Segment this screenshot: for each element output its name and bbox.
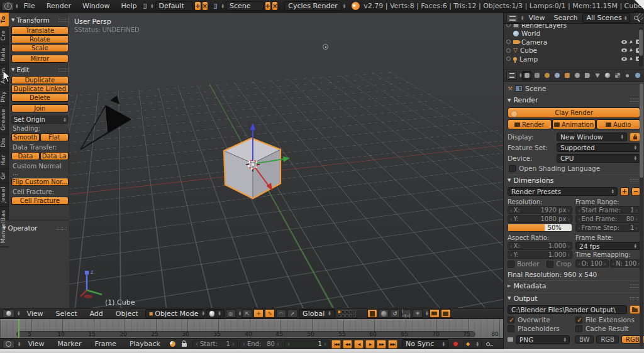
start-frame-field[interactable]: ‹Start Frame:1›: [575, 206, 640, 214]
timeline-ruler[interactable]: 5 10 15 20 25 30 35 40 45 50 55 60 65 70…: [0, 319, 503, 338]
pivot-align-icon[interactable]: ⇱: [242, 309, 252, 318]
frame-rate-selector[interactable]: 24 fps▲▼: [575, 242, 640, 250]
info-editor-icon[interactable]: i: [2, 2, 14, 11]
render-animation-button[interactable]: Animation: [552, 119, 596, 129]
tab-data[interactable]: [592, 71, 602, 80]
screen-layout-selector[interactable]: Default: [155, 1, 194, 11]
render-presets-selector[interactable]: Render Presets▲▼: [508, 187, 618, 196]
timeline-playback-menu[interactable]: Playback: [124, 340, 166, 348]
properties-editor-icon[interactable]: [506, 71, 517, 80]
render-audio-button[interactable]: Audio: [596, 119, 640, 129]
proportional-edit-icon[interactable]: |◁▷|: [401, 309, 411, 318]
tab-har[interactable]: Har: [0, 151, 9, 169]
transform-orientation-selector[interactable]: Global▲▼: [299, 309, 335, 318]
add-preset-button[interactable]: +: [620, 187, 629, 196]
outliner-row-cube[interactable]: ▽ Cube: [506, 46, 641, 55]
snap-element-icon[interactable]: ✳: [413, 309, 423, 318]
remap-new-field[interactable]: ‹N: 100›: [610, 259, 643, 268]
duplicate-button[interactable]: Duplicate: [11, 76, 69, 84]
selectability-icon[interactable]: [630, 57, 633, 61]
duplicate-linked-button[interactable]: Duplicate Linked: [11, 85, 69, 93]
cell-fracture-button[interactable]: Cell Fracture: [11, 197, 69, 205]
properties-scrollbar[interactable]: [640, 84, 643, 347]
translate-button[interactable]: Translate: [11, 26, 69, 35]
view-menu[interactable]: View: [21, 310, 48, 318]
area-corner-grip[interactable]: [636, 13, 643, 20]
manipulator-extra-toggle[interactable]: ➚: [287, 309, 297, 318]
outliner-row-lamp[interactable]: Lamp: [506, 55, 641, 63]
add-layout-button[interactable]: +: [194, 1, 201, 11]
file-format-selector[interactable]: PNG▲▼: [516, 335, 570, 344]
panel-header-output[interactable]: ▼Output: [508, 293, 640, 303]
flip-custom-normals-button[interactable]: Flip Custom Nor...: [11, 178, 69, 186]
start-frame-field[interactable]: ‹Start:1›: [192, 340, 238, 349]
manipulator-scale-toggle[interactable]: ◠: [276, 309, 286, 318]
lamp-object[interactable]: [323, 44, 328, 50]
file-extensions-checkbox[interactable]: [575, 317, 582, 323]
object-menu[interactable]: Object: [110, 310, 144, 318]
jump-to-start-button[interactable]: |◀◀: [331, 340, 341, 349]
selectability-icon[interactable]: [630, 48, 633, 53]
render-engine-selector[interactable]: Cycles Render: [284, 1, 341, 11]
tab-manuelbas[interactable]: ManuelBas: [0, 207, 9, 247]
data-layout-button[interactable]: Data La: [40, 152, 69, 160]
visibility-eye-icon[interactable]: [621, 57, 627, 61]
add-menu[interactable]: Add: [84, 310, 109, 318]
remove-preset-button[interactable]: −: [631, 187, 640, 196]
frame-step-field[interactable]: ‹Frame Step:1›: [575, 224, 640, 232]
outliner-search-menu[interactable]: Search: [550, 14, 582, 22]
visibility-eye-icon[interactable]: [621, 40, 627, 44]
scene-icon[interactable]: [213, 3, 218, 9]
tab-particles[interactable]: [623, 71, 632, 80]
feature-set-selector[interactable]: Supported▲▼: [557, 143, 640, 152]
delete-button[interactable]: Delete: [11, 94, 69, 102]
playback-range-icon[interactable]: [169, 340, 176, 347]
outliner-filter-selector[interactable]: All Scenes▲▼: [582, 13, 630, 23]
tab-display[interactable]: Dis: [0, 134, 9, 151]
selectability-icon[interactable]: [630, 40, 633, 44]
sync-mode-selector[interactable]: No Sync▲▼: [402, 339, 448, 349]
panel-header-transform[interactable]: ▼Transform: [11, 16, 69, 24]
crop-checkbox[interactable]: [547, 261, 553, 268]
timeline-editor-icon[interactable]: [3, 340, 14, 349]
outliner-row-world[interactable]: World: [506, 30, 641, 38]
current-frame-field[interactable]: ‹1›: [284, 340, 330, 349]
aspect-y-field[interactable]: ‹Y:1.000›: [508, 251, 572, 259]
end-frame-field[interactable]: ‹End:80›: [240, 340, 282, 349]
overwrite-checkbox[interactable]: [508, 317, 514, 323]
render-opengl-anim-icon[interactable]: [441, 309, 451, 318]
play-button[interactable]: ▶: [365, 340, 375, 349]
tab-material[interactable]: [602, 71, 612, 80]
placeholders-checkbox[interactable]: [508, 325, 514, 332]
bw-button[interactable]: BW: [575, 335, 594, 344]
jump-to-end-button[interactable]: ▶▶|: [388, 340, 397, 349]
tab-constraints[interactable]: [572, 71, 582, 80]
data-transfer-button[interactable]: Data: [11, 152, 40, 160]
prev-keyframe-button[interactable]: ◀◀: [343, 340, 352, 349]
editor-type-icon[interactable]: [3, 309, 14, 318]
resolution-x-field[interactable]: ‹X:1920 px›: [508, 206, 572, 214]
join-button[interactable]: Join: [11, 104, 69, 112]
rgb-button[interactable]: RGB: [596, 335, 619, 344]
lock-interface-button[interactable]: [630, 133, 640, 141]
tab-render[interactable]: [522, 71, 531, 80]
shade-flat-button[interactable]: Flat: [40, 133, 69, 141]
tab-world[interactable]: [552, 71, 562, 80]
rotation-history-icon[interactable]: ↺: [390, 309, 400, 318]
panel-header-edit[interactable]: ▼Edit: [11, 66, 69, 73]
timeline-marker-menu[interactable]: Marker: [52, 340, 87, 348]
tab-grease-pencil[interactable]: Grease: [0, 106, 9, 134]
resolution-y-field[interactable]: ‹Y:1080 px›: [508, 215, 572, 223]
timeline-frame-menu[interactable]: Frame: [89, 340, 122, 348]
rotate-button[interactable]: Rotate: [11, 35, 69, 43]
pivot-point-icon[interactable]: ◎: [226, 309, 236, 318]
tab-scene[interactable]: [542, 71, 552, 80]
panel-header-operator[interactable]: ▼Operator: [3, 224, 67, 232]
tab-physics[interactable]: [633, 71, 642, 80]
outliner-editor-icon[interactable]: [506, 14, 518, 23]
cube-object[interactable]: [213, 121, 301, 205]
osl-checkbox[interactable]: [509, 165, 516, 172]
panel-header-metadata[interactable]: ►Metadata: [508, 280, 640, 291]
outliner-view-menu[interactable]: View: [525, 14, 548, 22]
resolution-scale-slider[interactable]: 50%: [508, 224, 572, 232]
